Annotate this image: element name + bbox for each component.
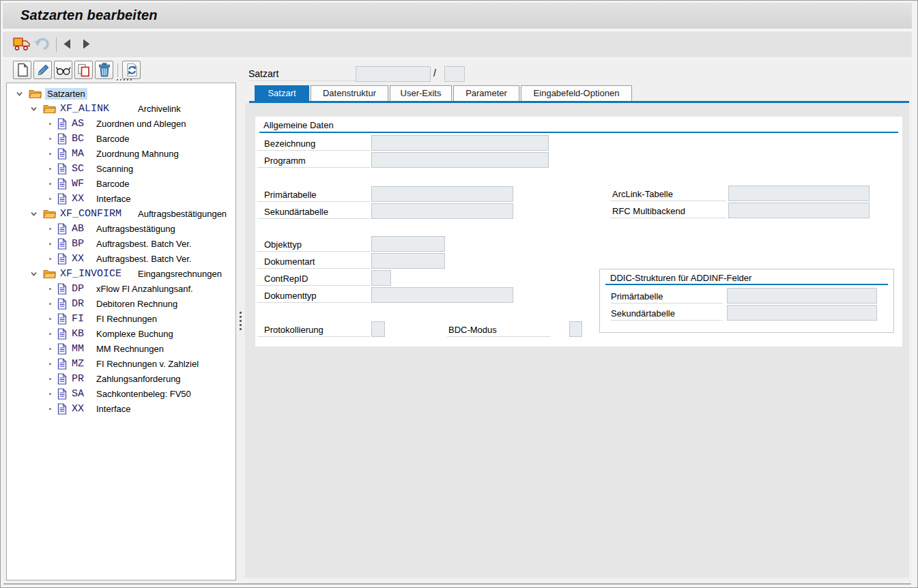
group-title-ddic: DDIC-Strukturen für ADDINF-Felder (610, 273, 751, 283)
document-icon (57, 328, 67, 340)
tree-item-code: XX (72, 403, 96, 415)
bullet-icon (49, 333, 51, 335)
field-rfc-multibackend[interactable] (728, 203, 870, 218)
tree-item-xx-auftragsbest-batch-ver[interactable]: XXAuftragsbest. Batch Ver. (7, 251, 235, 266)
navigate-back-icon[interactable] (63, 39, 71, 49)
main-toolbar (3, 31, 912, 57)
tree-item-fi-fi-rechnungen[interactable]: FIFI Rechnungen (7, 311, 235, 326)
document-icon (57, 358, 67, 370)
tree-item-code: FI (72, 313, 96, 325)
tree-item-dp-xflow-fi-anzahlungsanf[interactable]: DPxFlow FI Anzahlungsanf. (7, 281, 235, 296)
bullet-icon (49, 258, 51, 260)
tree-item-dr-debitoren-rechnung[interactable]: DRDebitoren Rechnung (7, 296, 235, 311)
field-objekttyp[interactable] (371, 236, 445, 252)
document-icon (57, 373, 67, 385)
tree-item-description: Eingangsrechnungen (138, 269, 222, 279)
tree[interactable]: SatzartenXF_ALINKArchivelinkASZuordnen u… (6, 83, 236, 580)
field-bdc-modus[interactable] (569, 321, 582, 337)
group-rule (605, 284, 888, 285)
group-title-allgemeine-daten: Allgemeine Daten (263, 120, 334, 130)
tree-item-xf-invoice-eingangsrechnungen[interactable]: XF_INVOICEEingangsrechnungen (7, 266, 235, 281)
transport-truck-icon[interactable] (13, 36, 31, 52)
copy-icon (77, 63, 90, 77)
chevron-down-icon[interactable] (31, 211, 37, 217)
tree-item-xf-alink-archivelink[interactable]: XF_ALINKArchivelink (7, 101, 235, 116)
tab-datenstruktur[interactable]: Datenstruktur (311, 85, 388, 101)
tab-eingabefeld-optionen[interactable]: Eingabefeld-Optionen (521, 85, 632, 101)
bullet-icon (49, 183, 51, 185)
tab-parameter[interactable]: Parameter (453, 85, 519, 101)
folder-icon (43, 209, 56, 219)
tree-item-code: SC (72, 163, 96, 175)
display-glasses-icon (56, 65, 71, 76)
navigate-forward-icon[interactable] (83, 39, 90, 49)
tree-item-bc-barcode[interactable]: BCBarcode (7, 131, 235, 146)
tree-item-ab-auftragsbest-tigung[interactable]: ABAuftragsbestätigung (7, 221, 235, 236)
tree-item-code: KB (72, 328, 96, 340)
field-dokumentart[interactable] (371, 253, 445, 269)
tree-item-description: Scanning (96, 164, 133, 174)
tree-item-sc-scanning[interactable]: SCScanning (7, 161, 235, 176)
create-document-button[interactable] (13, 61, 31, 79)
tree-item-code: XF_ALINK (60, 103, 138, 115)
tree-item-as-zuordnen-und-ablegen[interactable]: ASZuordnen und Ablegen (7, 116, 235, 131)
tree-item-mm-mm-rechnungen[interactable]: MMMM Rechnungen (7, 341, 235, 356)
group-ddic-strukturen: DDIC-Strukturen für ADDINF-Felder Primär… (599, 269, 894, 333)
tree-item-sa-sachkontenbeleg-fv50[interactable]: SASachkontenbeleg: FV50 (7, 386, 235, 401)
label-bdc-modus: BDC-Modus (447, 323, 551, 337)
panel-splitter[interactable] (240, 312, 242, 330)
tree-item-description: Interface (96, 194, 131, 204)
tree-item-satzarten[interactable]: Satzarten (7, 86, 235, 101)
bullet-icon (49, 303, 51, 305)
field-programm[interactable] (371, 152, 549, 168)
tree-item-description: Barcode (96, 134, 129, 144)
copy-button[interactable] (74, 61, 93, 79)
bullet-icon (49, 393, 51, 395)
tree-item-description: Zuordnen und Ablegen (96, 119, 186, 129)
tree-item-xx-interface[interactable]: XXInterface (7, 191, 235, 206)
tab-user-exits[interactable]: User-Exits (390, 85, 452, 101)
tree-item-description: Auftragsbestätigungen (138, 209, 227, 219)
satzart-header-label: Satzart (248, 66, 356, 81)
field-protokollierung[interactable] (371, 321, 385, 337)
tree-item-bp-auftragsbest-batch-ver[interactable]: BPAuftragsbest. Batch Ver. (7, 236, 235, 251)
tab-satzart[interactable]: Satzart (255, 85, 309, 101)
bullet-icon (49, 228, 51, 230)
tree-item-ma-zuordnung-mahnung[interactable]: MAZuordnung Mahnung (7, 146, 235, 161)
document-icon (57, 148, 67, 160)
tree-item-code: SA (72, 388, 96, 400)
satzart-value-field[interactable] (356, 66, 431, 82)
delete-button[interactable] (95, 61, 113, 79)
tree-item-wf-barcode[interactable]: WFBarcode (7, 176, 235, 191)
field-bezeichnung[interactable] (371, 135, 549, 151)
display-button[interactable] (54, 61, 72, 79)
chevron-down-icon[interactable] (16, 91, 23, 97)
refresh-button[interactable] (122, 61, 141, 79)
label-sekundaertabelle: Sekundärtabelle (257, 205, 370, 219)
tree-item-code: MA (72, 148, 96, 160)
chevron-down-icon[interactable] (31, 271, 37, 277)
tabstrip: Satzart Datenstruktur User-Exits Paramet… (255, 85, 633, 101)
field-sekundaertabelle[interactable] (371, 203, 513, 219)
bullet-icon (49, 363, 51, 365)
tree-item-pr-zahlungsanforderung[interactable]: PRZahlungsanforderung (7, 371, 235, 386)
edit-button[interactable] (33, 61, 52, 79)
label-rfc-multibackend: RFC Multibackend (610, 204, 726, 218)
tree-item-xx-interface[interactable]: XXInterface (7, 401, 235, 416)
tree-item-mz-fi-rechnungen-v-zahlziel[interactable]: MZFI Rechnungen v. Zahlziel (7, 356, 235, 371)
satzart-subtype-field[interactable] (444, 66, 465, 82)
field-arclink-tabelle[interactable] (728, 186, 870, 201)
chevron-down-icon[interactable] (31, 106, 37, 112)
tree-item-kb-komplexe-buchung[interactable]: KBKomplexe Buchung (7, 326, 235, 341)
field-ddic-sekundaertabelle[interactable] (727, 305, 877, 321)
toolbar-separator (117, 63, 118, 77)
tree-item-description: Komplexe Buchung (96, 329, 173, 339)
panel-grip-horizontal[interactable] (117, 79, 132, 80)
field-contrepid[interactable] (371, 270, 391, 286)
tree-item-description: Auftragsbestätigung (96, 224, 175, 234)
tree-item-xf-confirm-auftragsbest-tigungen[interactable]: XF_CONFIRMAuftragsbestätigungen (7, 206, 235, 221)
field-ddic-primaertabelle[interactable] (727, 288, 877, 304)
field-dokumenttyp[interactable] (371, 287, 513, 303)
tree-item-code: BC (72, 133, 96, 145)
field-primaertabelle[interactable] (371, 186, 513, 202)
